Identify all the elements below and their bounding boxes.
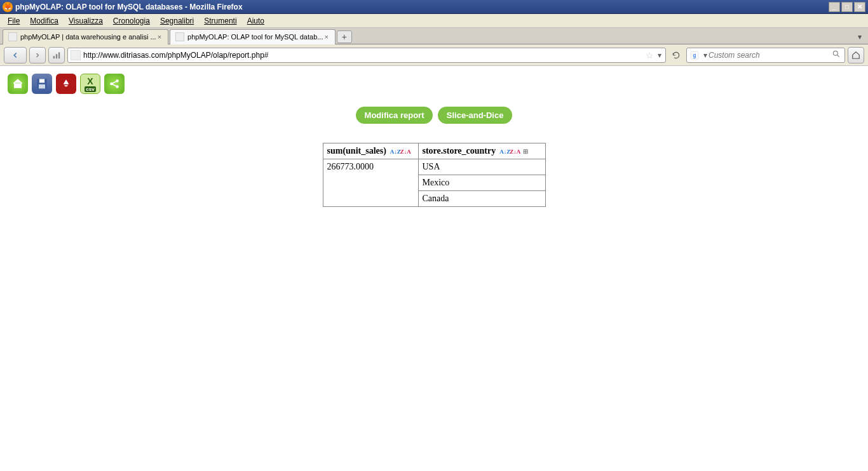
menu-bookmarks[interactable]: Segnalibri <box>155 15 199 27</box>
report-table: sum(unit_sales) A↓Z Z↓A store.store_coun… <box>323 143 546 207</box>
menubar: File Modifica Visualizza Cronologia Segn… <box>0 14 868 28</box>
export-csv-button[interactable]: X csv <box>80 74 100 94</box>
tabs-dropdown-icon[interactable]: ▾ <box>854 32 865 41</box>
tab-0[interactable]: phpMyOLAP | data warehousing e analisi .… <box>3 29 168 44</box>
forward-button[interactable] <box>29 47 46 63</box>
svg-line-14 <box>112 84 116 86</box>
home-button[interactable] <box>848 47 864 63</box>
tab-label: phpMyOLAP | data warehousing e analisi .… <box>20 33 156 41</box>
reload-button[interactable] <box>668 48 684 63</box>
cell-measure: 266773.0000 <box>323 159 418 207</box>
save-button[interactable] <box>32 74 52 94</box>
floppy-icon <box>36 77 48 90</box>
favicon-icon <box>8 32 17 41</box>
share-icon <box>109 78 120 90</box>
csv-x-label: X <box>87 76 93 86</box>
svg-rect-0 <box>53 56 55 58</box>
page-content: X csv Modifica report Slice-and-Dice sum… <box>0 66 868 216</box>
google-icon: g <box>689 50 700 60</box>
svg-text:g: g <box>693 52 696 58</box>
back-button[interactable] <box>4 47 27 63</box>
drill-icon[interactable]: ⊞ <box>521 147 530 156</box>
minimize-button[interactable]: _ <box>829 2 840 12</box>
svg-line-6 <box>837 55 839 57</box>
activity-button[interactable] <box>48 47 65 63</box>
svg-line-13 <box>112 81 116 83</box>
sort-desc-icon[interactable]: Z↓A <box>511 147 520 156</box>
tab-label: phpMyOLAP: OLAP tool for MySQL datab... <box>187 33 323 41</box>
sort-asc-icon[interactable]: A↓Z <box>391 147 400 156</box>
url-input[interactable] <box>83 49 643 62</box>
header-measure-label: sum(unit_sales) <box>327 146 386 156</box>
menu-history[interactable]: Cronologia <box>108 15 155 27</box>
reload-icon <box>672 51 681 60</box>
modify-report-button[interactable]: Modifica report <box>356 107 433 124</box>
svg-rect-1 <box>56 54 57 58</box>
tab-close-icon[interactable]: × <box>156 33 163 41</box>
report-toolbar: X csv <box>8 74 860 94</box>
home-icon <box>851 51 860 60</box>
navbar: ☆ ▾ g ▾ <box>0 44 868 66</box>
export-pdf-button[interactable] <box>56 74 76 94</box>
menu-edit[interactable]: Modifica <box>25 15 64 27</box>
tabbar: phpMyOLAP | data warehousing e analisi .… <box>0 28 868 44</box>
svg-point-5 <box>833 51 837 55</box>
search-go-icon[interactable] <box>831 50 842 60</box>
sort-asc-icon[interactable]: A↓Z <box>501 147 510 156</box>
window-titlebar: 🦊 phpMyOLAP: OLAP tool for MySQL databas… <box>0 0 868 14</box>
chart-icon <box>52 51 61 60</box>
cell-dimension: Canada <box>418 191 545 207</box>
search-bar[interactable]: g ▾ <box>686 48 845 63</box>
close-button[interactable]: ✕ <box>854 2 865 12</box>
slice-and-dice-button[interactable]: Slice-and-Dice <box>438 107 513 124</box>
pdf-icon <box>60 78 72 90</box>
tab-1[interactable]: phpMyOLAP: OLAP tool for MySQL datab... … <box>170 29 336 44</box>
sort-desc-icon[interactable]: Z↓A <box>401 147 410 156</box>
tab-close-icon[interactable]: × <box>323 33 329 41</box>
new-tab-button[interactable]: + <box>337 30 352 43</box>
table-row: 266773.0000 USA <box>323 159 545 175</box>
svg-rect-8 <box>39 79 44 83</box>
menu-file[interactable]: File <box>3 15 25 27</box>
window-title: phpMyOLAP: OLAP tool for MySQL databases… <box>15 3 243 11</box>
menu-help[interactable]: Aiuto <box>242 15 269 27</box>
search-input[interactable] <box>709 51 831 60</box>
search-engine-dropdown-icon[interactable]: ▾ <box>702 51 709 60</box>
favicon-icon <box>175 32 184 41</box>
url-bar[interactable]: ☆ ▾ <box>67 48 666 63</box>
maximize-button[interactable]: □ <box>841 2 853 12</box>
share-button[interactable] <box>104 74 125 94</box>
arrow-right-icon <box>34 51 41 59</box>
cell-dimension: USA <box>418 159 545 175</box>
svg-rect-2 <box>58 52 60 58</box>
action-buttons: Modifica report Slice-and-Dice <box>8 107 860 124</box>
arrow-left-icon <box>11 51 20 60</box>
svg-rect-9 <box>39 84 45 89</box>
menu-tools[interactable]: Strumenti <box>199 15 241 27</box>
header-dimension: store.store_country A↓Z Z↓A ⊞ <box>418 143 545 159</box>
menu-view[interactable]: Visualizza <box>64 15 108 27</box>
firefox-icon: 🦊 <box>3 2 13 12</box>
header-measure: sum(unit_sales) A↓Z Z↓A <box>323 143 418 159</box>
cell-dimension: Mexico <box>418 175 545 191</box>
page-favicon-icon <box>71 50 81 60</box>
url-dropdown-icon[interactable]: ▾ <box>656 51 663 60</box>
header-dimension-label: store.store_country <box>423 146 496 156</box>
csv-label: csv <box>85 86 95 92</box>
report-home-button[interactable] <box>8 74 28 94</box>
home-icon <box>12 78 24 90</box>
bookmark-star-icon[interactable]: ☆ <box>643 50 656 60</box>
